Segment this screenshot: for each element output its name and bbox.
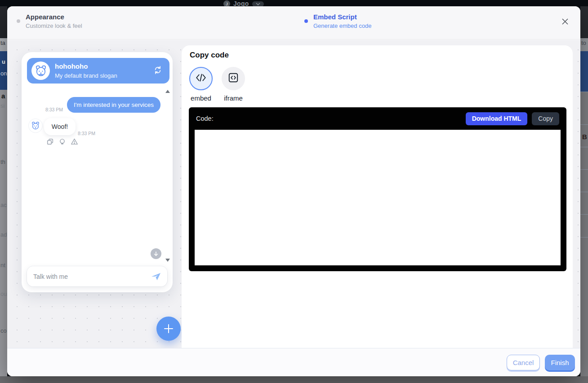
copy-button[interactable]: Copy <box>532 112 559 125</box>
brand-dog-avatar <box>31 62 50 80</box>
modal-body: hohohoho My default brand slogan I'm int… <box>7 40 580 348</box>
chat-message-input[interactable] <box>27 273 148 280</box>
chat-widget-header: hohohoho My default brand slogan <box>27 58 169 84</box>
user-message-time: 8:33 PM <box>45 107 63 112</box>
page-fragment: ou <box>0 291 7 297</box>
copy-message-icon[interactable] <box>46 138 54 145</box>
dimmed-page-bottom-edge <box>0 376 588 383</box>
step-embed-dot <box>304 19 308 23</box>
stepper-header: Appearance Customize look & feel Embed S… <box>7 6 580 40</box>
embed-code-icon <box>195 72 207 85</box>
page-fragment: to <box>581 40 586 46</box>
page-fragment: u <box>2 58 5 65</box>
step-subtitle: Generate embed code <box>313 22 371 29</box>
close-icon[interactable] <box>560 16 570 27</box>
brand-slogan: My default brand slogan <box>55 72 117 79</box>
send-icon[interactable] <box>148 270 164 283</box>
lightbulb-icon[interactable] <box>58 138 66 145</box>
copy-code-title: Copy code <box>190 51 229 60</box>
download-html-button[interactable]: Download HTML <box>466 112 528 125</box>
modal-footer: Cancel Finish <box>7 348 580 376</box>
finish-button[interactable]: Finish <box>545 355 575 370</box>
bot-message-bubble: Woof! <box>44 118 76 135</box>
page-fragment: ac <box>0 202 7 208</box>
iframe-option[interactable]: iframe <box>220 67 247 102</box>
bot-message-time: 8:33 PM <box>78 131 95 136</box>
widget-launcher-button[interactable] <box>156 317 181 341</box>
page-topbar: J Jogo <box>0 0 588 6</box>
copy-code-panel: Copy code embed <box>182 45 573 348</box>
page-fragment: nt <box>0 262 5 269</box>
dimmed-page-right-edge: to B <box>580 6 588 376</box>
page-fragment: ad <box>0 231 7 238</box>
code-preview-area <box>195 130 561 265</box>
user-message-bubble: I'm interested in your services <box>67 97 160 113</box>
chat-input-bar <box>27 266 167 286</box>
embed-script-modal: Appearance Customize look & feel Embed S… <box>7 6 580 376</box>
chat-widget-preview: hohohoho My default brand slogan I'm int… <box>22 52 173 292</box>
cancel-button[interactable]: Cancel <box>507 355 540 370</box>
page-fragment: on <box>0 70 7 77</box>
scroll-to-bottom-button[interactable] <box>151 248 161 259</box>
step-title: Appearance <box>26 13 82 21</box>
screen: J Jogo ta u on a si th ac ad nt ou co t <box>0 0 588 383</box>
refresh-icon[interactable] <box>153 66 163 75</box>
iframe-option-label: iframe <box>220 94 247 102</box>
bot-dog-avatar <box>29 119 42 132</box>
page-fragment: co <box>0 327 7 334</box>
step-subtitle: Customize look & feel <box>26 22 82 29</box>
page-fragment: a <box>1 92 5 100</box>
embed-option[interactable]: embed <box>187 67 214 102</box>
page-fragment: si <box>0 102 4 109</box>
code-panel: Code: Download HTML Copy <box>189 107 566 271</box>
warning-icon[interactable] <box>71 138 78 145</box>
iframe-icon <box>227 72 239 85</box>
code-label: Code: <box>196 115 214 122</box>
scrollbar-up-arrow[interactable] <box>165 90 170 93</box>
brand-name: hohohoho <box>55 62 88 70</box>
step-appearance-dot <box>17 19 20 23</box>
scrollbar-down-arrow[interactable] <box>165 259 170 262</box>
dimmed-page-left-edge: ta u on a si th ac ad nt ou co <box>0 6 7 376</box>
step-appearance[interactable]: Appearance Customize look & feel <box>26 13 82 29</box>
page-fragment: ta <box>0 40 5 46</box>
step-title: Embed Script <box>313 13 371 21</box>
page-fragment: B <box>582 133 587 141</box>
page-fragment: th <box>0 158 5 165</box>
embed-option-label: embed <box>187 94 214 102</box>
step-embed-script[interactable]: Embed Script Generate embed code <box>313 13 371 29</box>
